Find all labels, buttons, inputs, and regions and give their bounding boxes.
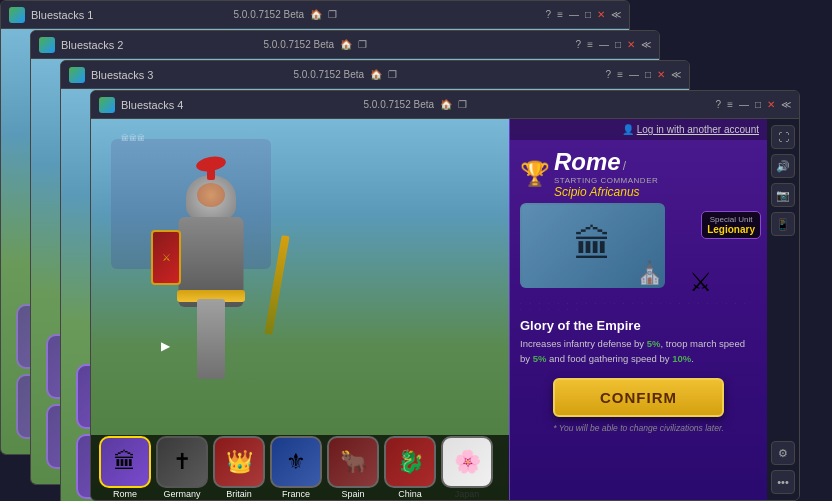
version-2: 5.0.0.7152 Beta	[263, 39, 334, 50]
maximize-icon-3[interactable]: □	[645, 69, 651, 80]
wreath-icon: 🏆	[520, 160, 550, 188]
civ-separator: /	[623, 159, 626, 173]
bs-logo-3	[69, 67, 85, 83]
glory-desc: Increases infantry defense by 5%, troop …	[520, 336, 757, 366]
minimize-icon-1[interactable]: —	[569, 9, 579, 20]
commander-label: STARTING COMMANDER	[554, 176, 658, 185]
help-icon-2[interactable]: ?	[576, 39, 582, 50]
home-icon-2[interactable]: 🏠	[340, 39, 352, 50]
glory-section: Glory of the Empire Increases infantry d…	[510, 314, 767, 370]
change-note: * You will be able to change civilizatio…	[510, 421, 767, 435]
titlebar-4: Bluestacks 4 5.0.0.7152 Beta 🏠 ❐ ? ≡ — □…	[91, 91, 799, 119]
civ-britain-label: Britain	[226, 489, 252, 499]
city-image: 🏛 ⛪	[520, 203, 665, 288]
sidebar-sound-btn[interactable]: 🔊	[771, 154, 795, 178]
special-unit-label: Special Unit	[707, 215, 755, 224]
menu-icon-4[interactable]: ≡	[727, 99, 733, 110]
civ-france-label: France	[282, 489, 310, 499]
help-icon-1[interactable]: ?	[546, 9, 552, 20]
version-4: 5.0.0.7152 Beta	[363, 99, 434, 110]
civ-spain-label: Spain	[341, 489, 364, 499]
special-unit-badge: Special Unit Legionary	[701, 211, 761, 239]
civ-name: Rome	[554, 148, 621, 176]
civ-spain[interactable]: 🐂 Spain	[327, 436, 379, 499]
version-3: 5.0.0.7152 Beta	[293, 69, 364, 80]
civ-britain[interactable]: 👑 Britain	[213, 436, 265, 499]
titlebar-1: Bluestacks 1 5.0.0.7152 Beta 🏠 ❐ ? ≡ — □…	[1, 1, 629, 29]
menu-icon-2[interactable]: ≡	[587, 39, 593, 50]
legionary-figure: ⚔	[689, 267, 712, 298]
window-title-3: Bluestacks 3	[91, 69, 287, 81]
copy-icon-2[interactable]: ❐	[358, 39, 367, 50]
close-icon-1[interactable]: ✕	[597, 9, 605, 20]
window-title-1: Bluestacks 1	[31, 9, 227, 21]
bs-logo-4	[99, 97, 115, 113]
commander-name: Scipio Africanus	[554, 185, 658, 199]
game-content: 🏛🏛🏛 ▶	[91, 119, 799, 500]
close-icon-3[interactable]: ✕	[657, 69, 665, 80]
civ-china[interactable]: 🐉 China	[384, 436, 436, 499]
multi-icon-1[interactable]: ≪	[611, 9, 621, 20]
warrior-container: ⚔	[111, 165, 311, 435]
sidebar-settings-btn[interactable]: ⚙	[771, 441, 795, 465]
confirm-button[interactable]: CONFIRM	[553, 378, 724, 417]
special-unit-name: Legionary	[707, 224, 755, 235]
building-decor: 🏛🏛🏛	[121, 134, 145, 143]
bs-logo-1	[9, 7, 25, 23]
city-area: 🏛 ⛪ Special Unit Legionary ⚔	[510, 203, 767, 298]
civ-china-label: China	[398, 489, 422, 499]
window-title-2: Bluestacks 2	[61, 39, 257, 51]
civ-rome-label: Rome	[113, 489, 137, 499]
sidebar-expand-btn[interactable]: ⛶	[771, 125, 795, 149]
home-icon-3[interactable]: 🏠	[370, 69, 382, 80]
sidebar-camera-btn[interactable]: 📷	[771, 183, 795, 207]
titlebar-2: Bluestacks 2 5.0.0.7152 Beta 🏠 ❐ ? ≡ — □…	[31, 31, 659, 59]
maximize-icon-2[interactable]: □	[615, 39, 621, 50]
copy-icon-1[interactable]: ❐	[328, 9, 337, 20]
civ-header-area: 🏆 Rome / STARTING COMMANDER Scipio Afric…	[510, 140, 767, 203]
multi-icon-3[interactable]: ≪	[671, 69, 681, 80]
login-bar: 👤 Log in with another account	[510, 119, 767, 140]
civ-germany[interactable]: ✝ Germany	[156, 436, 208, 499]
confirm-area: CONFIRM	[510, 370, 767, 421]
maximize-icon-4[interactable]: □	[755, 99, 761, 110]
window-title-4: Bluestacks 4	[121, 99, 357, 111]
login-label[interactable]: Log in with another account	[637, 124, 759, 135]
pct2: 5%	[533, 353, 547, 364]
maximize-icon-1[interactable]: □	[585, 9, 591, 20]
titlebar-3: Bluestacks 3 5.0.0.7152 Beta 🏠 ❐ ? ≡ — □…	[61, 61, 689, 89]
help-icon-4[interactable]: ?	[716, 99, 722, 110]
sidebar-phone-btn[interactable]: 📱	[771, 212, 795, 236]
glory-title: Glory of the Empire	[520, 318, 757, 333]
pct3: 10%	[672, 353, 691, 364]
right-panel: 👤 Log in with another account 🏆 Rome / S…	[509, 119, 767, 500]
minimize-icon-4[interactable]: —	[739, 99, 749, 110]
pct1: 5%	[647, 338, 661, 349]
copy-icon-4[interactable]: ❐	[458, 99, 467, 110]
window-4[interactable]: Bluestacks 4 5.0.0.7152 Beta 🏠 ❐ ? ≡ — □…	[90, 90, 800, 501]
bs-logo-2	[39, 37, 55, 53]
pattern-dots: · · · · · · · · · · · · · · · · · · · · …	[510, 298, 767, 314]
civ-rome[interactable]: 🏛 Rome	[99, 436, 151, 499]
menu-icon-1[interactable]: ≡	[557, 9, 563, 20]
minimize-icon-3[interactable]: —	[629, 69, 639, 80]
menu-icon-3[interactable]: ≡	[617, 69, 623, 80]
copy-icon-3[interactable]: ❐	[388, 69, 397, 80]
multi-icon-2[interactable]: ≪	[641, 39, 651, 50]
home-icon-4[interactable]: 🏠	[440, 99, 452, 110]
sidebar-more-btn[interactable]: •••	[771, 470, 795, 494]
close-icon-2[interactable]: ✕	[627, 39, 635, 50]
minimize-icon-2[interactable]: —	[599, 39, 609, 50]
civ-france[interactable]: ⚜ France	[270, 436, 322, 499]
help-icon-3[interactable]: ?	[606, 69, 612, 80]
civ-japan[interactable]: 🌸 Japan	[441, 436, 493, 499]
multi-icon-4[interactable]: ≪	[781, 99, 791, 110]
version-1: 5.0.0.7152 Beta	[233, 9, 304, 20]
home-icon-1[interactable]: 🏠	[310, 9, 322, 20]
civ-japan-label: Japan	[455, 489, 480, 499]
civ-germany-label: Germany	[163, 489, 200, 499]
right-sidebar: ⛶ 🔊 📷 📱 ⚙ •••	[767, 119, 799, 500]
close-icon-4[interactable]: ✕	[767, 99, 775, 110]
